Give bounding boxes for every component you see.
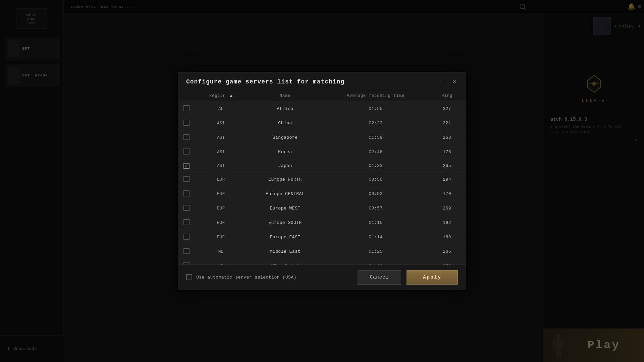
region-cell: EUR	[195, 230, 247, 244]
footer-buttons: Cancel Apply	[358, 270, 458, 285]
name-cell: Singapore	[247, 130, 323, 145]
name-cell: Europe CENTRAL	[247, 187, 323, 201]
name-cell: Japan	[247, 159, 323, 172]
region-cell: ASI	[195, 159, 247, 172]
col-ping: Ping	[428, 90, 466, 102]
table-row: ASIJapan01:23265	[178, 159, 466, 172]
region-cell: ME	[195, 244, 247, 259]
table-row: EUREurope WEST00:57269	[178, 201, 466, 216]
ping-cell: 273	[428, 259, 466, 264]
ping-cell: 269	[428, 201, 466, 216]
server-table-body: AFAfrica01:55327ASIChina02:22221ASISinga…	[178, 102, 466, 264]
region-cell: ASI	[195, 130, 247, 145]
time-cell: 01:25	[323, 244, 428, 259]
auto-select-label: Use automatic server selection (USA)	[196, 275, 297, 280]
name-cell: Europe NORTH	[247, 172, 323, 187]
server-checkbox-7[interactable]	[183, 205, 190, 211]
col-avg-time: Average matching time	[323, 90, 428, 102]
name-cell: Middle East	[247, 244, 323, 259]
time-cell: 02:46	[323, 145, 428, 159]
time-cell: 00:53	[323, 187, 428, 201]
dialog-overlay: Configure game servers list for matching…	[0, 0, 644, 362]
server-checkbox-6[interactable]	[183, 190, 190, 196]
cancel-button[interactable]: Cancel	[358, 270, 401, 285]
minimize-button[interactable]: —	[442, 78, 448, 85]
ping-cell: 194	[428, 172, 466, 187]
server-checkbox-5[interactable]	[183, 176, 190, 182]
table-row: EUREurope SOUTH01:15192	[178, 216, 466, 230]
auto-select-area: Use automatic server selection (USA)	[186, 274, 297, 280]
ping-cell: 176	[428, 145, 466, 159]
server-checkbox-3[interactable]	[183, 148, 190, 155]
name-cell: Europe SOUTH	[247, 216, 323, 230]
server-checkbox-11[interactable]	[183, 262, 190, 264]
ping-cell: 206	[428, 244, 466, 259]
name-cell: Korea	[247, 145, 323, 159]
server-config-dialog: Configure game servers list for matching…	[178, 72, 466, 290]
region-cell: EUR	[195, 187, 247, 201]
ping-cell: 192	[428, 216, 466, 230]
server-checkbox-4[interactable]	[183, 163, 190, 169]
name-cell: China	[247, 116, 323, 130]
name-cell: Europe EAST	[247, 230, 323, 244]
table-row: EUREurope CENTRAL00:53170	[178, 187, 466, 201]
region-cell: ASI	[195, 145, 247, 159]
server-checkbox-10[interactable]	[183, 248, 190, 254]
time-cell: 01:59	[323, 130, 428, 145]
table-row: MEME – Dubai01:49273	[178, 259, 466, 264]
apply-button[interactable]: Apply	[407, 270, 458, 285]
time-cell: 01:23	[323, 159, 428, 172]
table-row: ASIChina02:22221	[178, 116, 466, 130]
dialog-controls: — ✕	[442, 78, 458, 85]
ping-cell: 221	[428, 116, 466, 130]
server-checkbox-8[interactable]	[183, 219, 190, 225]
col-checkbox	[178, 90, 195, 102]
region-cell: ME	[195, 259, 247, 264]
close-button[interactable]: ✕	[451, 78, 458, 85]
col-region[interactable]: Region ▲	[195, 90, 247, 102]
dialog-footer: Use automatic server selection (USA) Can…	[178, 264, 466, 290]
ping-cell: 327	[428, 102, 466, 116]
table-header-row: Region ▲ Name Average matching time Ping	[178, 90, 466, 102]
time-cell: 01:55	[323, 102, 428, 116]
table-row: EUREurope NORTH00:50194	[178, 172, 466, 187]
sort-arrow: ▲	[230, 94, 232, 98]
region-cell: EUR	[195, 216, 247, 230]
table-row: EUREurope EAST01:14188	[178, 230, 466, 244]
table-row: MEMiddle East01:25206	[178, 244, 466, 259]
ping-cell: 170	[428, 187, 466, 201]
dialog-title: Configure game servers list for matching	[186, 78, 344, 85]
auto-select-checkbox[interactable]	[186, 274, 192, 280]
col-name: Name	[247, 90, 323, 102]
time-cell: 00:50	[323, 172, 428, 187]
ping-cell: 188	[428, 230, 466, 244]
server-checkbox-9[interactable]	[183, 234, 190, 240]
name-cell: Europe WEST	[247, 201, 323, 216]
server-table-container: Region ▲ Name Average matching time Ping…	[178, 90, 466, 264]
region-cell: EUR	[195, 201, 247, 216]
ping-cell: 263	[428, 130, 466, 145]
server-table: Region ▲ Name Average matching time Ping…	[178, 90, 466, 264]
time-cell: 01:49	[323, 259, 428, 264]
time-cell: 02:22	[323, 116, 428, 130]
region-cell: ASI	[195, 116, 247, 130]
region-cell: EUR	[195, 172, 247, 187]
table-row: ASIKorea02:46176	[178, 145, 466, 159]
region-cell: AF	[195, 102, 247, 116]
ping-cell: 265	[428, 159, 466, 172]
server-checkbox-0[interactable]	[183, 105, 190, 111]
time-cell: 00:57	[323, 201, 428, 216]
table-row: AFAfrica01:55327	[178, 102, 466, 116]
server-checkbox-1[interactable]	[183, 120, 190, 126]
server-checkbox-2[interactable]	[183, 134, 190, 140]
time-cell: 01:14	[323, 230, 428, 244]
name-cell: ME – Dubai	[247, 259, 323, 264]
name-cell: Africa	[247, 102, 323, 116]
dialog-title-bar: Configure game servers list for matching…	[178, 72, 466, 90]
time-cell: 01:15	[323, 216, 428, 230]
table-row: ASISingapore01:59263	[178, 130, 466, 145]
